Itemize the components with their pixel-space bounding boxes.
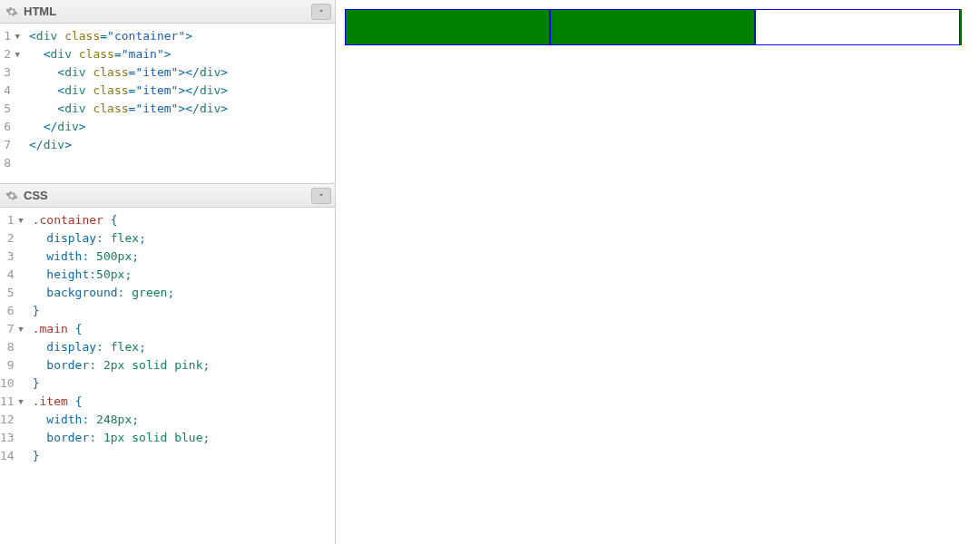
- code-line[interactable]: border: 1px solid blue;: [33, 429, 328, 447]
- code-line[interactable]: background: green;: [33, 284, 328, 302]
- html-panel-header: HTML: [0, 0, 335, 24]
- css-panel-collapse-button[interactable]: [311, 188, 331, 204]
- code-line[interactable]: .container {: [33, 211, 328, 229]
- code-line[interactable]: .item {: [33, 393, 328, 411]
- preview-item: [550, 9, 755, 45]
- gutter-line: 6: [0, 118, 20, 136]
- gutter-line: 8: [0, 338, 24, 356]
- gutter-line: 7: [0, 136, 20, 154]
- preview-item: [755, 9, 960, 45]
- code-line[interactable]: <div class="item"></div>: [29, 100, 328, 118]
- preview-stage: [345, 9, 971, 45]
- html-panel-title: HTML: [24, 5, 56, 18]
- gutter-line: 2: [0, 229, 24, 248]
- html-code-area[interactable]: 1▼2▼345678 <div class="container"> <div …: [0, 24, 335, 183]
- gutter-line: 14: [0, 447, 24, 465]
- code-line[interactable]: [29, 154, 328, 172]
- css-panel: CSS 1▼234567▼891011▼121314 .container { …: [0, 183, 335, 544]
- gutter-line: 2▼: [0, 45, 20, 63]
- gutter-line: 11▼: [0, 393, 24, 411]
- gutter-line: 13: [0, 429, 24, 447]
- html-code[interactable]: <div class="container"> <div class="main…: [25, 24, 335, 183]
- gutter-line: 12: [0, 411, 24, 429]
- html-panel-title-wrap: HTML: [5, 5, 56, 18]
- css-panel-title: CSS: [24, 189, 48, 202]
- css-panel-title-wrap: CSS: [5, 189, 48, 202]
- html-panel-collapse-button[interactable]: [311, 4, 331, 20]
- gear-icon[interactable]: [5, 189, 18, 202]
- gutter-line: 9: [0, 356, 24, 374]
- preview-container: [345, 9, 962, 45]
- gutter-line: 4: [0, 266, 24, 284]
- code-line[interactable]: border: 2px solid pink;: [33, 356, 328, 374]
- gutter-line: 7▼: [0, 320, 24, 338]
- code-line[interactable]: height:50px;: [33, 266, 328, 284]
- chevron-down-icon: [317, 5, 326, 18]
- css-panel-header: CSS: [0, 184, 335, 208]
- gear-icon[interactable]: [5, 5, 18, 18]
- code-line[interactable]: display: flex;: [33, 338, 328, 356]
- html-gutter: 1▼2▼345678: [0, 24, 25, 183]
- editor-column: HTML 1▼2▼345678 <div class="container"> …: [0, 0, 336, 544]
- gutter-line: 6: [0, 302, 24, 320]
- code-line[interactable]: <div class="item"></div>: [29, 63, 328, 82]
- code-line[interactable]: .main {: [33, 320, 328, 338]
- gutter-line: 5: [0, 100, 20, 118]
- code-line[interactable]: }: [33, 374, 328, 393]
- code-line[interactable]: }: [33, 302, 328, 320]
- gutter-line: 1▼: [0, 27, 20, 45]
- chevron-down-icon: [317, 189, 326, 202]
- html-panel: HTML 1▼2▼345678 <div class="container"> …: [0, 0, 335, 183]
- css-code[interactable]: .container { display: flex; width: 500px…: [29, 208, 335, 476]
- gutter-line: 4: [0, 82, 20, 100]
- code-line[interactable]: }: [33, 447, 328, 465]
- code-line[interactable]: display: flex;: [33, 229, 328, 248]
- gutter-line: 10: [0, 374, 24, 393]
- css-gutter: 1▼234567▼891011▼121314: [0, 208, 29, 476]
- preview-pane: [336, 0, 980, 544]
- preview-item: [345, 9, 550, 45]
- code-line[interactable]: width: 248px;: [33, 411, 328, 429]
- code-line[interactable]: width: 500px;: [33, 248, 328, 266]
- app-root: HTML 1▼2▼345678 <div class="container"> …: [0, 0, 980, 544]
- code-line[interactable]: <div class="container">: [29, 27, 328, 45]
- code-line[interactable]: <div class="main">: [29, 45, 328, 63]
- code-line[interactable]: </div>: [29, 136, 328, 154]
- code-line[interactable]: <div class="item"></div>: [29, 82, 328, 100]
- code-line[interactable]: </div>: [29, 118, 328, 136]
- gutter-line: 5: [0, 284, 24, 302]
- gutter-line: 8: [0, 154, 20, 172]
- css-code-area[interactable]: 1▼234567▼891011▼121314 .container { disp…: [0, 208, 335, 476]
- gutter-line: 3: [0, 63, 20, 82]
- gutter-line: 1▼: [0, 211, 24, 229]
- gutter-line: 3: [0, 248, 24, 266]
